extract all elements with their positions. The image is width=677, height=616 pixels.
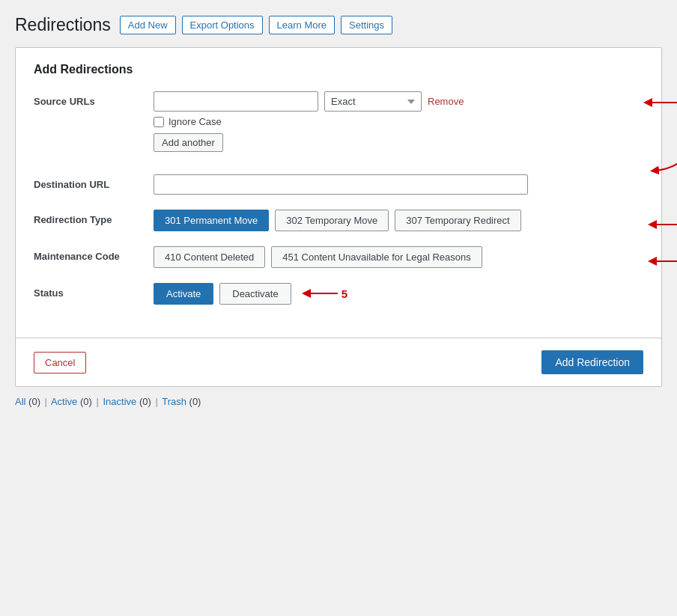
add-new-button[interactable]: Add New xyxy=(120,16,176,34)
settings-button[interactable]: Settings xyxy=(341,16,392,34)
main-card: Add Redirections Source URLs Exact Regex… xyxy=(15,47,662,387)
redirection-type-label: Redirection Type xyxy=(34,210,154,225)
remove-link[interactable]: Remove xyxy=(428,96,464,107)
filter-bar: All (0) | Active (0) | Inactive (0) | Tr… xyxy=(15,387,662,410)
annotation-5: 5 xyxy=(341,287,347,300)
filter-active-count: (0) xyxy=(80,396,92,407)
maintenance-code-label: Maintenance Code xyxy=(34,246,154,262)
learn-more-button[interactable]: Learn More xyxy=(269,16,335,34)
destination-url-label: Destination URL xyxy=(34,174,154,190)
type-302-button[interactable]: 302 Temporary Move xyxy=(275,210,389,231)
source-urls-label: Source URLs xyxy=(34,91,154,107)
add-another-button[interactable]: Add another xyxy=(154,133,223,152)
ignore-case-label: Ignore Case xyxy=(169,116,222,127)
filter-trash-link[interactable]: Trash xyxy=(162,396,186,407)
arrow-5-icon xyxy=(300,284,341,303)
destination-url-content xyxy=(154,174,643,195)
redirection-type-content: 301 Permanent Move 302 Temporary Move 30… xyxy=(154,210,643,231)
activate-button[interactable]: Activate xyxy=(154,283,213,305)
ignore-case-checkbox[interactable] xyxy=(154,117,164,127)
cancel-button[interactable]: Cancel xyxy=(34,352,86,373)
filter-active-link[interactable]: Active xyxy=(51,396,77,407)
match-type-select[interactable]: Exact Regex Contains xyxy=(324,91,422,112)
destination-url-input[interactable] xyxy=(154,174,528,195)
maintenance-code-content: 410 Content Deleted 451 Content Unavaila… xyxy=(154,246,643,268)
filter-all-link[interactable]: All xyxy=(15,396,25,407)
deactivate-button[interactable]: Deactivate xyxy=(219,283,291,305)
card-footer: Cancel Add Redirection xyxy=(16,338,661,386)
status-content: Activate Deactivate 5 xyxy=(154,283,643,305)
type-307-button[interactable]: 307 Temporary Redirect xyxy=(395,210,521,231)
code-410-button[interactable]: 410 Content Deleted xyxy=(154,246,265,268)
card-title: Add Redirections xyxy=(34,63,643,76)
filter-trash-count: (0) xyxy=(189,396,201,407)
status-label: Status xyxy=(34,283,154,299)
arrow-4-icon xyxy=(646,252,677,271)
arrow-3-icon xyxy=(646,216,677,234)
filter-inactive-link[interactable]: Inactive xyxy=(103,396,136,407)
export-options-button[interactable]: Export Options xyxy=(182,16,263,34)
page-title: Redirections xyxy=(15,15,111,35)
type-301-button[interactable]: 301 Permanent Move xyxy=(154,210,269,231)
code-451-button[interactable]: 451 Content Unavailable for Legal Reason… xyxy=(271,246,482,268)
filter-all-count: (0) xyxy=(28,396,40,407)
source-urls-content: Exact Regex Contains Remove Ignore Case … xyxy=(154,91,643,152)
arrow-1-icon xyxy=(640,91,677,114)
source-url-input[interactable] xyxy=(154,91,318,112)
arrow-2-icon xyxy=(643,129,677,174)
filter-inactive-count: (0) xyxy=(139,396,151,407)
add-redirection-button[interactable]: Add Redirection xyxy=(541,350,643,374)
